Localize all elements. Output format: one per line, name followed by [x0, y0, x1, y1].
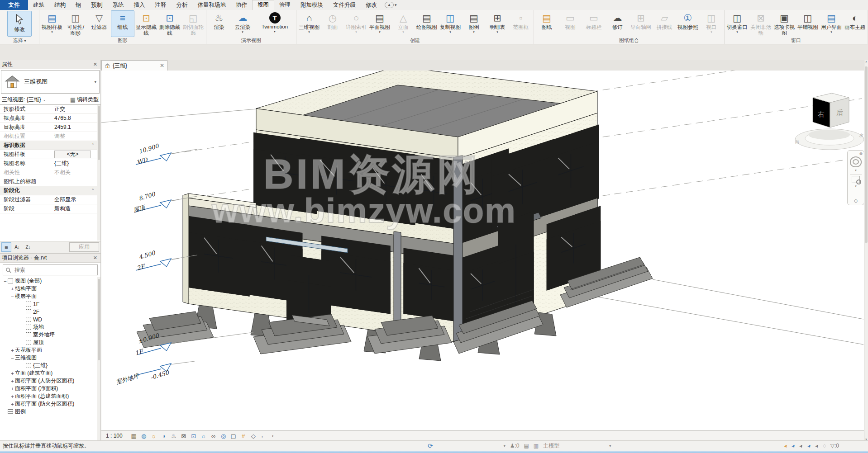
- constraints-icon[interactable]: #: [238, 433, 248, 439]
- apply-button[interactable]: 应用: [69, 242, 99, 252]
- property-row[interactable]: 标识数据 ⌃: [0, 141, 97, 150]
- tree-item[interactable]: + 结构平面: [0, 285, 97, 293]
- legends-button[interactable]: ▤ 图例 ▾: [462, 10, 486, 37]
- tree-expander-icon[interactable]: +: [10, 378, 15, 384]
- select-pinned-icon[interactable]: ➤: [798, 443, 805, 448]
- plan-views-button[interactable]: ▤ 平面视图 ▾: [368, 10, 391, 37]
- selection-box-icon[interactable]: ▢: [229, 433, 238, 439]
- view-button[interactable]: ▭ 视图 ▾: [558, 10, 582, 37]
- view-cube[interactable]: 南 东 右 后: [795, 93, 864, 150]
- tree-item[interactable]: − 视图 (全部): [0, 277, 97, 285]
- steering-wheel-icon[interactable]: [850, 156, 862, 167]
- displacement-icon[interactable]: ◇: [248, 433, 258, 439]
- ribbon-tab[interactable]: 附加模块: [296, 0, 328, 10]
- worksets-icon[interactable]: ▤: [524, 443, 529, 449]
- tree-expander-icon[interactable]: +: [10, 394, 15, 399]
- tree-expander-icon[interactable]: −: [10, 294, 15, 299]
- viewports-button[interactable]: ◫ 视口 ▾: [700, 10, 723, 37]
- tree-item[interactable]: {三维}: [0, 362, 97, 369]
- property-row[interactable]: 阶段 新构造 ⌃: [0, 204, 97, 213]
- tree-item[interactable]: + 天花板平面: [0, 346, 97, 354]
- file-menu-button[interactable]: 文件: [0, 0, 28, 10]
- 3d-view-button[interactable]: ⌂ 三维视图 ▾: [297, 10, 321, 37]
- type-selector[interactable]: 三维视图 ▾: [1, 70, 100, 94]
- sort-descending-button[interactable]: Z↓: [23, 242, 33, 252]
- section-button[interactable]: ◷ 剖面 ▾: [321, 10, 344, 37]
- reveal-hidden-icon[interactable]: ∞: [209, 433, 219, 439]
- tree-expander-icon[interactable]: +: [10, 386, 15, 392]
- twinmotion-button[interactable]: T Twinmotion ▾: [254, 10, 295, 37]
- tree-item[interactable]: − 三维视图: [0, 354, 97, 362]
- tile-views-button[interactable]: ◫ 平铺视图 ▾: [796, 10, 820, 37]
- drawing-area[interactable]: {三维} ✕: [101, 60, 864, 441]
- temp-hide-isolate-icon[interactable]: ◎: [219, 433, 229, 439]
- ribbon-tab[interactable]: 系统: [108, 0, 129, 10]
- canvas-theme-button[interactable]: ◐ 画布主题 ▾: [843, 10, 867, 37]
- select-links-icon[interactable]: ➤: [782, 443, 789, 448]
- tree-item[interactable]: + 面积平面 (总建筑面积): [0, 392, 97, 400]
- selection-filter-icon[interactable]: ▽:0: [830, 443, 839, 449]
- search-box[interactable]: [3, 264, 98, 275]
- visibility-graphics-button[interactable]: ◫ 可见性/图形 ▾: [64, 10, 87, 37]
- drag-on-selection-icon[interactable]: ➤: [814, 443, 820, 448]
- property-row[interactable]: 投影模式 正交 ⌃: [0, 105, 97, 114]
- crop-region-icon[interactable]: ⊡: [189, 433, 199, 439]
- ribbon-tab[interactable]: 分析: [172, 0, 193, 10]
- view-template-button[interactable]: ▤ 视图样板 ▾: [40, 10, 64, 37]
- visual-style-icon[interactable]: ◍: [139, 433, 149, 439]
- tree-item[interactable]: 图例: [0, 408, 97, 415]
- drafting-view-button[interactable]: ▤ 绘图视图 ▾: [415, 10, 439, 37]
- tree-expander-icon[interactable]: −: [3, 278, 8, 284]
- tree-item[interactable]: 1F: [0, 300, 97, 308]
- tree-item[interactable]: 屋顶: [0, 339, 97, 346]
- user-interface-button[interactable]: ▤ 用户界面 ▾: [820, 10, 843, 37]
- tree-item[interactable]: − 楼层平面: [0, 293, 97, 300]
- sheet-button[interactable]: ▤ 图纸 ▾: [535, 10, 558, 37]
- level-marker-wd[interactable]: WD 10.900: [136, 142, 197, 166]
- properties-scrollbar[interactable]: [97, 105, 100, 241]
- chevron-left-icon[interactable]: ‹: [272, 433, 274, 439]
- tree-item[interactable]: + 立面 (建筑立面): [0, 369, 97, 377]
- ribbon-display-toggle[interactable]: ▲ ▾: [385, 0, 396, 10]
- switch-windows-button[interactable]: ◫ 切换窗口 ▾: [725, 10, 749, 37]
- browser-scrollbar[interactable]: [97, 277, 100, 441]
- ribbon-tab[interactable]: 体量和场地: [193, 0, 231, 10]
- close-icon[interactable]: ✕: [92, 61, 99, 67]
- ribbon-tab[interactable]: 插入: [129, 0, 150, 10]
- ribbon-tab[interactable]: 结构: [49, 0, 71, 10]
- scope-box-button[interactable]: ▫ 范围框 ▾: [509, 10, 533, 37]
- tree-item[interactable]: + 面积平面 (防火分区面积): [0, 400, 97, 408]
- render-dialog-icon[interactable]: ♨: [169, 433, 179, 439]
- ribbon-tab[interactable]: 注释: [150, 0, 172, 10]
- sun-path-icon[interactable]: ☼: [149, 433, 159, 439]
- active-workset-select[interactable]: ▾: [438, 444, 506, 448]
- property-row[interactable]: 视点高度 4765.8 ⌃: [0, 114, 97, 123]
- design-options-icon[interactable]: ▥: [534, 443, 539, 449]
- revisions-button[interactable]: ☁ 修订 ▾: [606, 10, 629, 37]
- property-row[interactable]: 视图样板 <无> ⌃: [0, 150, 97, 159]
- navigation-bar[interactable]: ⊗ ▾ ▾ ⊖: [847, 150, 864, 205]
- chevron-down-icon[interactable]: ▾: [855, 169, 857, 172]
- edit-type-button[interactable]: ▦ 编辑类型: [70, 96, 99, 104]
- sort-ascending-button[interactable]: A↓: [12, 242, 22, 252]
- render-button[interactable]: ♨ 渲染 ▾: [207, 10, 231, 37]
- tree-item[interactable]: WD: [0, 316, 97, 323]
- tree-expander-icon[interactable]: −: [10, 355, 15, 361]
- elevation-button[interactable]: △ 立面 ▾: [391, 10, 415, 37]
- ribbon-tab[interactable]: 视图: [252, 0, 274, 10]
- tree-item[interactable]: 2F: [0, 308, 97, 316]
- close-icon[interactable]: ✕: [92, 255, 99, 261]
- remove-hidden-lines-button[interactable]: ⊡ 删除隐藏线 ▾: [158, 10, 181, 37]
- schedules-button[interactable]: ⊞ 明细表 ▾: [486, 10, 509, 37]
- property-row[interactable]: 目标高度 2459.1 ⌃: [0, 123, 97, 132]
- tree-expander-icon[interactable]: +: [10, 286, 15, 292]
- sort-properties-button[interactable]: ≣: [1, 242, 11, 252]
- property-row[interactable]: 相关性 不相关 ⌃: [0, 168, 97, 177]
- thin-lines-button[interactable]: ≡ 细线 ▾: [111, 10, 134, 37]
- property-row[interactable]: 视图名称 {三维} ⌃: [0, 159, 97, 168]
- close-icon[interactable]: ✕: [160, 62, 164, 69]
- tree-expander-icon[interactable]: +: [10, 371, 15, 376]
- ribbon-tab[interactable]: 协作: [231, 0, 252, 10]
- zoom-tool-icon[interactable]: [852, 176, 860, 183]
- tab-views-button[interactable]: ▣ 选项卡视图 ▾: [773, 10, 796, 37]
